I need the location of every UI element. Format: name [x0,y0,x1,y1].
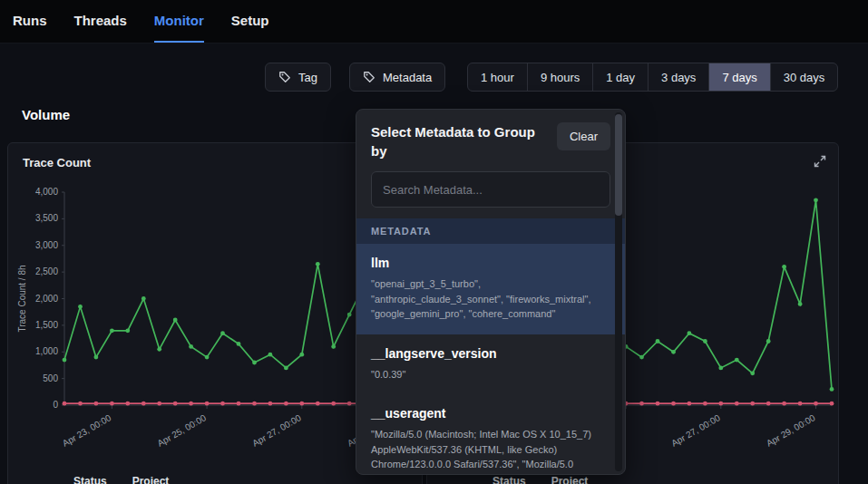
metadata-option-name: __langserve_version [371,346,603,361]
metadata-search-input[interactable] [371,171,610,208]
metadata-option-values: "Mozilla/5.0 (Macintosh; Intel Mac OS X … [371,427,603,475]
column-header-project: Project [551,475,589,484]
column-header-status: Status [493,475,526,484]
tag-icon [363,71,375,83]
svg-text:Trace Count / 8h: Trace Count / 8h [17,265,27,332]
metadata-group-popover: Select Metadata to Group by Clear METADA… [356,109,626,475]
metadata-option-useragent[interactable]: __useragent "Mozilla/5.0 (Macintosh; Int… [356,394,625,475]
svg-text:3,000: 3,000 [35,240,58,250]
metadata-filter-button[interactable]: Metadata [349,63,445,92]
metadata-option-langserve-version[interactable]: __langserve_version "0.0.39" [356,334,625,395]
column-header-status: Status [73,475,107,484]
search-wrap [356,169,625,218]
nav-item-setup[interactable]: Setup [231,0,269,43]
metadata-option-name: llm [371,256,603,270]
popover-header: Select Metadata to Group by Clear [356,110,625,169]
svg-text:Apr 23, 00:00: Apr 23, 00:00 [61,412,113,449]
svg-text:4,000: 4,000 [35,187,58,197]
svg-text:Apr 29, 00:00: Apr 29, 00:00 [765,412,817,449]
svg-text:0: 0 [53,400,58,410]
top-nav: Runs Threads Monitor Setup [0,0,868,44]
tag-button-label: Tag [298,71,317,84]
chart-title: Trace Count [23,156,91,169]
metadata-option-values: "openai_gpt_3_5_turbo", "anthropic_claud… [371,276,603,322]
metadata-option-name: __useragent [371,406,603,421]
svg-text:Apr 25, 00:00: Apr 25, 00:00 [156,412,209,449]
svg-text:Apr 27, 00:00: Apr 27, 00:00 [669,412,722,449]
svg-text:2,500: 2,500 [35,266,58,276]
popover-scrollbar-track [615,112,622,471]
range-30-days[interactable]: 30 days [771,63,838,91]
breakdown-table-headers: Status Project [493,475,588,484]
range-3-days[interactable]: 3 days [649,63,709,91]
range-9-hours[interactable]: 9 hours [528,63,593,91]
metadata-section-header: METADATA [356,218,625,244]
svg-text:3,500: 3,500 [35,213,58,223]
breakdown-table-headers: Status Project [73,475,169,484]
svg-text:Apr 27, 00:00: Apr 27, 00:00 [250,412,303,449]
popover-scrollbar-thumb[interactable] [615,114,622,216]
svg-text:2,000: 2,000 [35,294,58,304]
time-range-selector: 1 hour 9 hours 1 day 3 days 7 days 30 da… [467,63,838,92]
nav-item-threads[interactable]: Threads [74,0,127,43]
clear-button[interactable]: Clear [557,122,610,150]
nav-item-runs[interactable]: Runs [13,0,47,43]
section-title-volume: Volume [22,107,70,122]
nav-item-monitor[interactable]: Monitor [154,0,204,43]
metadata-option-llm[interactable]: llm "openai_gpt_3_5_turbo", "anthropic_c… [356,244,625,334]
metadata-button-label: Metadata [383,71,432,84]
range-1-hour[interactable]: 1 hour [468,63,528,91]
svg-text:1,500: 1,500 [35,320,58,330]
range-7-days[interactable]: 7 days [709,63,770,91]
expand-icon[interactable] [813,154,827,169]
range-1-day[interactable]: 1 day [593,63,649,91]
svg-text:500: 500 [43,373,58,383]
tag-icon [278,71,291,83]
svg-text:1,000: 1,000 [35,346,58,356]
metadata-option-values: "0.0.39" [371,367,603,382]
tag-filter-button[interactable]: Tag [265,63,331,92]
popover-title: Select Metadata to Group by [371,122,543,160]
column-header-project: Project [132,475,170,484]
